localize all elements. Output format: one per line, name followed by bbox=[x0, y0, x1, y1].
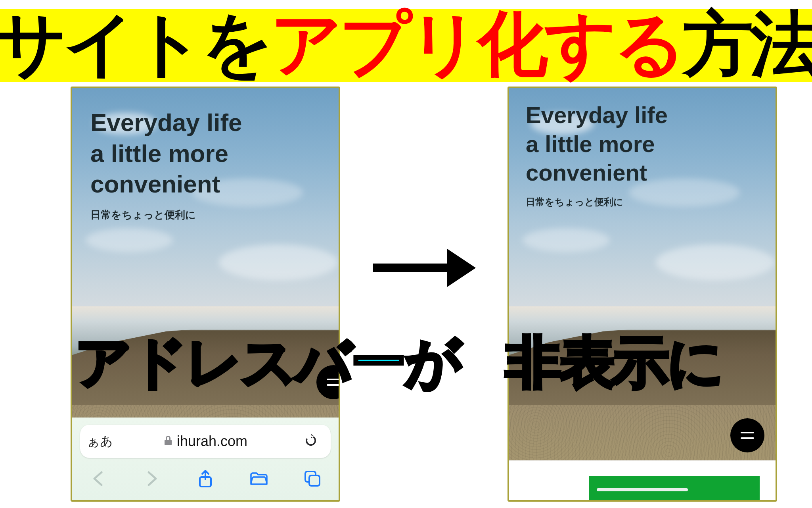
hero-sub: 日常をちょっと便利に bbox=[526, 196, 668, 208]
bookmarks-button[interactable] bbox=[248, 468, 270, 490]
headline-part2: アプリ化する bbox=[270, 4, 683, 83]
address-bar[interactable]: ぁあ ihurah.com bbox=[80, 425, 331, 458]
share-button[interactable] bbox=[194, 468, 216, 490]
hero-line2: a little more bbox=[90, 138, 242, 169]
forward-button[interactable] bbox=[141, 468, 163, 490]
phone-left-safari: Everyday life a little more convenient 日… bbox=[71, 87, 340, 502]
home-bar-area bbox=[509, 460, 776, 500]
lock-icon bbox=[163, 435, 173, 448]
phone-right-pwa: Everyday life a little more convenient 日… bbox=[508, 87, 777, 502]
hero-line2: a little more bbox=[526, 130, 668, 159]
text-size-button[interactable]: ぁあ bbox=[80, 433, 120, 450]
reload-button[interactable] bbox=[291, 433, 331, 450]
phone-right-content: Everyday life a little more convenient 日… bbox=[509, 88, 776, 500]
svg-rect-2 bbox=[309, 475, 320, 486]
safari-chrome: ぁあ ihurah.com bbox=[72, 418, 339, 500]
tabs-button[interactable] bbox=[301, 468, 324, 490]
url-domain: ihurah.com bbox=[177, 433, 247, 450]
arrow-icon bbox=[373, 246, 476, 290]
hero-line1: Everyday life bbox=[526, 101, 668, 130]
home-indicator bbox=[597, 488, 688, 491]
headline-part1: サイトを bbox=[0, 4, 270, 83]
safari-toolbar bbox=[80, 458, 331, 493]
headline-highlight: サイトをアプリ化する方法 bbox=[0, 9, 812, 82]
hero-sub: 日常をちょっと便利に bbox=[90, 208, 242, 221]
back-button[interactable] bbox=[87, 468, 109, 490]
headline-part3: 方法 bbox=[683, 4, 812, 83]
hero-line3: convenient bbox=[526, 158, 668, 187]
hero-line3: convenient bbox=[90, 169, 242, 200]
menu-fab[interactable] bbox=[730, 418, 764, 452]
hero-line1: Everyday life bbox=[90, 107, 242, 138]
